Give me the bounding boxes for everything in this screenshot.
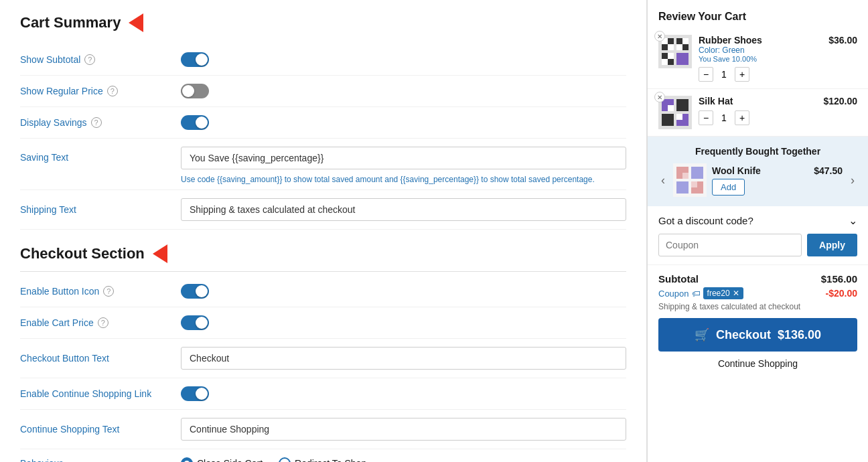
continue-shopping-text-input[interactable]	[181, 418, 626, 441]
show-subtotal-label: Show Subtotal ?	[20, 54, 167, 65]
svg-rect-12	[676, 59, 682, 65]
subtotal-row: Subtotal $156.00	[658, 273, 857, 285]
redirect-to-shop-circle	[279, 457, 291, 462]
close-side-cart-circle	[181, 457, 193, 462]
review-header: Review Your Cart	[648, 0, 868, 28]
totals-section: Subtotal $156.00 Coupon 🏷 free20 ✕ -$20.…	[648, 265, 868, 384]
rubber-shoes-qty-val: 1	[719, 69, 729, 80]
silk-hat-price: $120.00	[823, 96, 857, 106]
enable-button-icon-label: Enable Button Icon ?	[20, 286, 167, 297]
enable-button-icon-toggle[interactable]	[181, 284, 209, 299]
svg-rect-22	[691, 167, 703, 179]
enable-cart-price-row: Enable Cart Price ?	[20, 307, 626, 339]
enable-continue-shopping-label: Enable Continue Shopping Link	[20, 388, 167, 399]
subtotal-value: $156.00	[821, 273, 857, 285]
fbt-item-image	[673, 163, 707, 197]
checkout-button-text-row: Checkout Button Text	[20, 339, 626, 378]
rubber-shoes-qty: − 1 +	[699, 67, 822, 82]
fbt-prev-button[interactable]: ‹	[658, 171, 668, 190]
enable-continue-shopping-row: Enable Continue Shopping Link	[20, 378, 626, 410]
fbt-item-info: Wool Knife $47.50 Add	[712, 165, 843, 196]
enable-cart-price-label: Enable Cart Price ?	[20, 317, 167, 328]
coupon-row-applied: Coupon 🏷 free20 ✕ -$20.00	[658, 287, 857, 299]
cart-item-rubber-shoes: ✕ Rubber Shoes Color: Green You Save 10.…	[648, 28, 868, 89]
discount-chevron-icon[interactable]: ⌄	[849, 214, 857, 227]
display-savings-toggle[interactable]	[181, 115, 209, 130]
saving-text-label: Saving Text	[20, 147, 167, 163]
continue-shopping-text-label: Continue Shopping Text	[20, 424, 167, 435]
svg-rect-19	[676, 114, 682, 120]
discount-section: Got a discount code? ⌄ Apply	[648, 206, 868, 265]
cart-summary-section: Cart Summary	[20, 13, 626, 32]
coupon-input[interactable]	[658, 234, 802, 256]
display-savings-help[interactable]: ?	[91, 117, 102, 128]
saving-text-hint: Use code {{saving_amount}} to show total…	[181, 175, 626, 184]
rubber-shoes-color: Color: Green	[699, 46, 822, 55]
display-savings-label: Display Savings ?	[20, 117, 167, 128]
silk-hat-name: Silk Hat	[699, 96, 816, 106]
coupon-remove[interactable]: ✕	[733, 289, 739, 298]
silk-hat-qty-minus[interactable]: −	[699, 110, 713, 125]
behaviour-row: Behaviour Close Side Cart Redirect To Sh…	[20, 449, 626, 462]
checkout-button-text-input[interactable]	[181, 347, 626, 370]
fbt-nav: ‹ Wool Knife $47.50 Add ›	[658, 163, 857, 197]
display-savings-row: Display Savings ?	[20, 107, 626, 139]
svg-rect-8	[682, 44, 689, 50]
checkout-label: Checkout	[716, 328, 771, 342]
continue-shopping-link[interactable]: Continue Shopping	[658, 358, 857, 376]
apply-button[interactable]: Apply	[807, 234, 857, 256]
enable-button-icon-help[interactable]: ?	[103, 286, 114, 297]
shipping-note: Shipping & taxes calculated at checkout	[658, 302, 857, 311]
enable-button-icon-row: Enable Button Icon ?	[20, 276, 626, 307]
shipping-text-label: Shipping Text	[20, 204, 167, 215]
silk-hat-details: Silk Hat − 1 +	[699, 96, 816, 125]
checkout-button[interactable]: 🛒 Checkout $136.00	[658, 318, 857, 352]
arrow-icon	[129, 13, 143, 32]
rubber-shoes-qty-plus[interactable]: +	[735, 67, 749, 82]
remove-silk-hat[interactable]: ✕	[654, 92, 665, 102]
enable-continue-shopping-toggle[interactable]	[181, 386, 209, 401]
coupon-label: Coupon	[658, 289, 689, 299]
shipping-text-input[interactable]	[181, 198, 626, 221]
checkout-button-text-label: Checkout Button Text	[20, 353, 167, 364]
checkout-total: $136.00	[778, 328, 821, 342]
silk-hat-qty-plus[interactable]: +	[735, 110, 749, 125]
close-side-cart-radio[interactable]: Close Side Cart	[181, 457, 263, 462]
left-panel: Cart Summary Show Subtotal ? Show Regula…	[0, 0, 647, 462]
redirect-to-shop-radio[interactable]: Redirect To Shop	[279, 457, 366, 462]
show-regular-price-label: Show Regular Price ?	[20, 86, 167, 96]
saving-text-input[interactable]	[181, 147, 626, 169]
svg-rect-6	[668, 44, 674, 50]
fbt-item-price: $47.50	[814, 165, 843, 176]
show-subtotal-help[interactable]: ?	[84, 54, 95, 65]
show-regular-price-toggle[interactable]	[181, 84, 209, 98]
svg-rect-9	[662, 53, 668, 59]
coupon-code: free20	[707, 289, 730, 298]
show-regular-price-row: Show Regular Price ?	[20, 76, 626, 107]
cart-item-silk-hat: ✕ Silk Hat − 1 + $120.00	[648, 89, 868, 137]
svg-rect-16	[662, 114, 674, 126]
behaviour-radio-group: Close Side Cart Redirect To Shop	[181, 457, 366, 462]
enable-cart-price-help[interactable]: ?	[98, 317, 108, 328]
rubber-shoes-name: Rubber Shoes	[699, 35, 822, 46]
coupon-tag: free20 ✕	[703, 287, 743, 299]
cart-summary-title: Cart Summary	[20, 14, 121, 31]
right-panel: Review Your Cart ✕ Rubber Shoes	[647, 0, 868, 462]
silk-hat-qty-val: 1	[719, 112, 729, 123]
subtotal-label: Subtotal	[658, 273, 699, 285]
enable-cart-price-toggle[interactable]	[181, 315, 209, 330]
checkout-arrow-icon	[153, 244, 167, 263]
saving-text-row: Saving Text Use code {{saving_amount}} t…	[20, 139, 626, 190]
remove-rubber-shoes[interactable]: ✕	[654, 31, 665, 42]
fbt-next-button[interactable]: ›	[848, 171, 857, 190]
silk-hat-image: ✕	[658, 96, 692, 129]
fbt-add-button[interactable]: Add	[712, 179, 745, 196]
coupon-applied: Coupon 🏷 free20 ✕	[658, 287, 743, 299]
fbt-section: Frequently Bought Together ‹ Wool Knife …	[648, 137, 868, 206]
svg-rect-7	[676, 38, 682, 44]
show-subtotal-row: Show Subtotal ?	[20, 44, 626, 76]
rubber-shoes-qty-minus[interactable]: −	[699, 67, 713, 82]
show-subtotal-toggle[interactable]	[181, 52, 209, 67]
behaviour-label: Behaviour	[20, 458, 167, 462]
show-regular-price-help[interactable]: ?	[107, 86, 118, 96]
